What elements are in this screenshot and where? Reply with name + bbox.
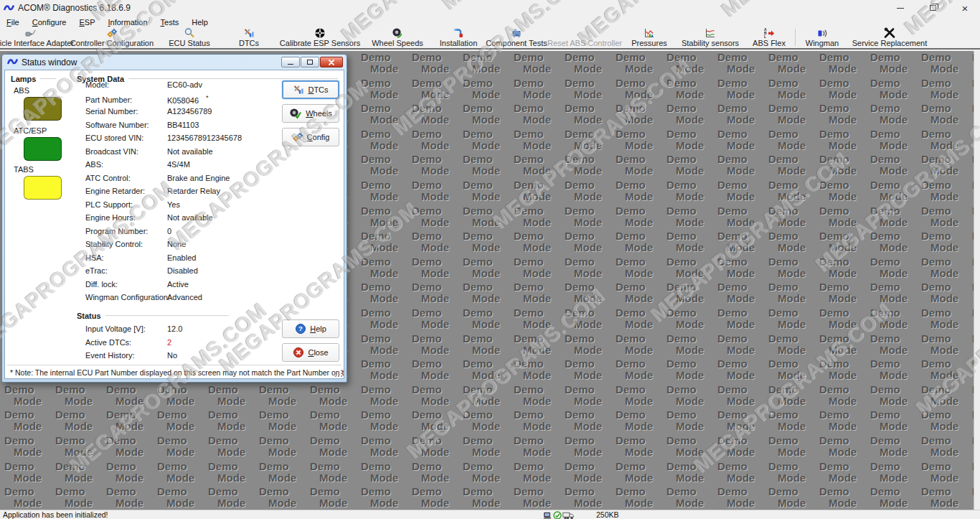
toolbar-button-service-replacement[interactable]: Service Replacement (847, 27, 932, 47)
demo-mode-text: DemoMode (666, 52, 718, 75)
demo-mode-text: DemoMode (819, 103, 871, 126)
demo-mode-text: DemoMode (361, 179, 413, 202)
demo-mode-text: DemoMode (768, 409, 820, 432)
dialog-maximize-icon[interactable] (301, 57, 319, 67)
demo-mode-text: DemoMode (361, 435, 413, 458)
field-value: 0 (167, 227, 171, 235)
menu-item-file[interactable]: File (0, 17, 26, 27)
demo-mode-text: DemoMode (514, 103, 565, 126)
demo-mode-text: DemoMode (921, 461, 973, 484)
field-value: Not available (167, 147, 213, 156)
toolbar-label: DTCs (239, 39, 259, 47)
demo-mode-text: DemoMode (819, 333, 871, 356)
demo-mode-text: DemoMode (565, 307, 616, 330)
demo-mode-text: DemoMode (514, 128, 565, 151)
reset-abs-icon (579, 27, 590, 39)
demo-mode-text: DemoMode (616, 205, 667, 228)
menu-item-tests[interactable]: Tests (154, 17, 186, 27)
dialog-divider (7, 365, 341, 366)
toolbar-label: Reset ABS Controller (547, 39, 622, 47)
toolbar-button-vehicle-interface-adapter[interactable]: Vehicle Interface Adapter (0, 27, 67, 47)
minimize-icon[interactable] (894, 2, 907, 14)
demo-mode-text: DemoMode (361, 333, 413, 356)
demo-mode-text: DemoMode (463, 281, 514, 304)
wheels-button[interactable]: Wheels (282, 104, 339, 123)
toolbar-button-dtcs[interactable]: DTCs (222, 27, 275, 47)
demo-mode-text: DemoMode (310, 486, 362, 509)
demo-mode-text: DemoMode (717, 435, 769, 458)
demo-mode-text: DemoMode (666, 128, 718, 151)
field-label: Engine Hours: (85, 213, 167, 222)
toolbar-button-controller-configuration[interactable]: Controller Configuration (67, 27, 156, 47)
close-icon[interactable]: × (958, 2, 971, 14)
demo-mode-text: DemoMode (717, 103, 769, 126)
dtcs-button[interactable]: DTCs (282, 80, 339, 99)
abs-flex-icon: ABL (763, 27, 775, 39)
toolbar-button-pressures[interactable]: Pressures (623, 27, 676, 47)
demo-mode-text: DemoMode (717, 333, 769, 356)
demo-mode-text: DemoMode (870, 486, 922, 509)
toolbar-label: ABS Flex (753, 39, 786, 47)
system-data-row: Broadcast VIN:Not available (85, 147, 213, 160)
dialog-close-icon[interactable] (320, 57, 343, 67)
demo-mode-text: DemoMode (106, 384, 158, 407)
demo-mode-text: DemoMode (717, 358, 769, 381)
system-data-row: Software Number:BB41103 (85, 121, 199, 134)
demo-mode-text: DemoMode (819, 78, 871, 100)
lamp-indicator-atc-esp (24, 137, 62, 161)
field-label: eTrac: (85, 266, 167, 275)
close-button[interactable]: Close (282, 343, 339, 362)
menu-item-configure[interactable]: Configure (26, 17, 73, 27)
demo-mode-text: DemoMode (208, 435, 260, 458)
stability-chart-icon (705, 27, 716, 39)
dialog-titlebar[interactable]: Status window (4, 55, 344, 70)
demo-mode-text: DemoMode (921, 78, 973, 100)
toolbar-button-abs-flex[interactable]: ABLABS Flex (745, 27, 793, 47)
field-label: Program Number: (85, 227, 167, 235)
demo-mode-text: DemoMode (666, 461, 718, 484)
demo-mode-text: DemoMode (870, 281, 922, 304)
demo-mode-text: DemoMode (412, 461, 463, 484)
demo-mode-text: DemoMode (565, 205, 616, 228)
field-value: Not available (167, 213, 213, 222)
demo-mode-text: DemoMode (921, 52, 973, 75)
toolbar-button-ecu-status[interactable]: ECU Status (156, 27, 222, 47)
help-button[interactable]: ?Help (282, 319, 339, 338)
demo-mode-text: DemoMode (208, 486, 260, 509)
demo-mode-text: DemoMode (55, 435, 107, 458)
toolbar-button-stability-sensors[interactable]: Stability sensors (676, 27, 745, 47)
toolbar-button-calibrate-esp-sensors[interactable]: Calibrate ESP Sensors (275, 27, 364, 47)
demo-mode-text: DemoMode (921, 179, 973, 202)
demo-mode-text: DemoMode (361, 461, 413, 484)
field-value: 4S/4M (167, 160, 190, 169)
demo-mode-text: DemoMode (106, 461, 158, 484)
demo-mode-text: DemoMode (565, 256, 616, 279)
demo-mode-text: DemoMode (412, 128, 463, 151)
dialog-minimize-icon[interactable] (281, 57, 300, 67)
toolbar-button-installation[interactable]: Installation (430, 27, 486, 47)
demo-mode-text: DemoMode (717, 179, 769, 202)
toolbar-button-wheel-speeds[interactable]: Wheel Speeds (364, 27, 430, 47)
demo-mode-text: DemoMode (463, 154, 514, 177)
demo-mode-text: DemoMode (616, 307, 667, 330)
field-label: Serial Number: (85, 107, 167, 116)
demo-mode-text: DemoMode (55, 409, 107, 432)
field-value: 2 (167, 338, 171, 347)
toolbar-button-wingman[interactable]: Wingman (797, 27, 847, 47)
demo-mode-text: DemoMode (463, 461, 514, 484)
toolbar-button-component-tests[interactable]: Component Tests (486, 27, 547, 47)
demo-mode-text: DemoMode (870, 78, 922, 100)
status-row: Active DTCs:2 (85, 338, 171, 351)
config-button[interactable]: Config (282, 128, 339, 146)
menu-item-help[interactable]: Help (185, 17, 215, 27)
menu-item-information[interactable]: Information (102, 17, 154, 27)
restore-icon[interactable] (926, 2, 939, 14)
button-label: Config (307, 133, 330, 141)
demo-mode-text: DemoMode (717, 52, 769, 75)
demo-mode-text: DemoMode (870, 154, 922, 177)
demo-mode-text: DemoMode (870, 435, 922, 458)
demo-mode-text: DemoMode (463, 256, 514, 279)
demo-mode-text: DemoMode (361, 230, 413, 253)
menu-item-esp[interactable]: ESP (72, 17, 101, 27)
status-row: Event History:No (85, 351, 177, 364)
